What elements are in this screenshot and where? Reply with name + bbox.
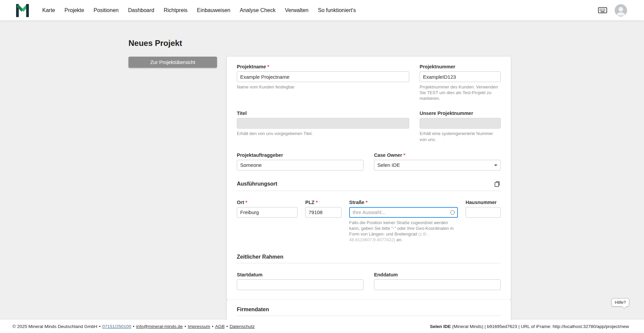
nav-item-richtpreis[interactable]: Richtpreis bbox=[159, 0, 192, 20]
field-startdatum: Startdatum bbox=[237, 272, 364, 290]
plz-label: PLZ* bbox=[305, 200, 341, 205]
label-text: Startdatum bbox=[237, 272, 263, 277]
user-avatar-icon[interactable] bbox=[614, 4, 627, 17]
unsere-projektnummer-helper: Erhält eine systemgenerierte Nummer von … bbox=[420, 131, 501, 142]
session-details: (Mineral Minds) | b91695ed7623 | URL of … bbox=[451, 324, 629, 329]
unsere-projektnummer-input bbox=[420, 118, 501, 129]
separator-dot: • bbox=[226, 324, 228, 329]
field-case-owner: Case Owner* Selen IDE bbox=[374, 152, 501, 171]
case-owner-label: Case Owner* bbox=[374, 152, 501, 158]
footer-legal: © 2025 Mineral Minds Deutschland GmbH • … bbox=[12, 324, 255, 329]
ort-input[interactable] bbox=[237, 207, 298, 218]
field-ort: Ort* bbox=[237, 200, 298, 243]
page-title: Neues Projekt bbox=[128, 39, 182, 48]
chevron-down-icon bbox=[494, 164, 497, 166]
row-titel-unsere-projektnummer: Titel Erhält den von uns vorgegebenen Ti… bbox=[237, 111, 501, 142]
footer-link-impressum[interactable]: Impressum bbox=[188, 324, 210, 329]
projektnummer-helper: Projektnummer des Kunden. Verwenden Sie … bbox=[420, 84, 501, 101]
separator-dot: • bbox=[99, 324, 101, 329]
startdatum-input[interactable] bbox=[237, 279, 364, 290]
label-text: Projektauftraggeber bbox=[237, 152, 283, 158]
row-projektname-projektnummer: Projektname* Name vom Kunden festlegbar … bbox=[237, 64, 501, 101]
logo-m-icon bbox=[15, 4, 30, 17]
nav-item-so-funktionierts[interactable]: So funktioniert's bbox=[313, 0, 361, 20]
field-plz: PLZ* bbox=[305, 200, 341, 243]
label-text: PLZ bbox=[305, 200, 314, 205]
section-ausfuehrungsort-header: Ausführungsort bbox=[237, 181, 501, 191]
required-asterisk: * bbox=[316, 200, 318, 205]
section-firmendaten-title: Firmendaten bbox=[237, 307, 269, 313]
nav-item-verwalten[interactable]: Verwalten bbox=[280, 0, 313, 20]
projektnummer-label: Projektnummer bbox=[420, 64, 501, 69]
firmendaten-card: Firmendaten bbox=[227, 300, 511, 320]
copyright-text: © 2025 Mineral Minds Deutschland GmbH bbox=[12, 324, 97, 329]
footer-link-email[interactable]: info@mineral-minds.de bbox=[136, 324, 183, 329]
help-button[interactable]: Hilfe? bbox=[611, 298, 629, 307]
case-owner-select[interactable]: Selen IDE bbox=[374, 160, 501, 171]
field-hausnummer: Hausnummer bbox=[466, 200, 501, 243]
mineral-minds-logo[interactable] bbox=[15, 4, 30, 17]
plz-input[interactable] bbox=[305, 207, 341, 218]
strasse-input[interactable] bbox=[349, 207, 458, 218]
required-asterisk: * bbox=[366, 200, 368, 205]
hausnummer-input[interactable] bbox=[466, 207, 501, 218]
label-text: Titel bbox=[237, 111, 247, 116]
label-text: Case Owner bbox=[374, 152, 402, 158]
startdatum-label: Startdatum bbox=[237, 272, 364, 277]
label-text: Projektnummer bbox=[420, 64, 455, 69]
section-ausfuehrungsort-title: Ausführungsort bbox=[237, 181, 277, 187]
field-projektnummer: Projektnummer Projektnummer des Kunden. … bbox=[420, 64, 501, 101]
navbar-right-actions bbox=[598, 4, 627, 17]
keyboard-icon[interactable] bbox=[598, 7, 607, 13]
nav-item-dashboard[interactable]: Dashboard bbox=[123, 0, 159, 20]
session-user: Selen IDE bbox=[430, 324, 451, 329]
nav-item-projekte[interactable]: Projekte bbox=[60, 0, 89, 20]
row-auftraggeber-caseowner: Projektauftraggeber Case Owner* Selen ID… bbox=[237, 152, 501, 171]
project-form-card: Projektname* Name vom Kunden festlegbar … bbox=[227, 57, 511, 300]
projektnummer-input[interactable] bbox=[420, 71, 501, 82]
hausnummer-label: Hausnummer bbox=[466, 200, 501, 205]
back-to-projects-button[interactable]: Zur Projektübersicht bbox=[128, 57, 217, 68]
section-zeitlicher-rahmen-header: Zeitlicher Rahmen bbox=[237, 254, 501, 263]
titel-helper: Erhält den von uns vorgegebenen Titel. bbox=[237, 131, 409, 136]
projektauftraggeber-input[interactable] bbox=[237, 160, 364, 171]
field-strasse: Straße* Falls die Position keiner Straße… bbox=[349, 200, 458, 243]
label-text: Hausnummer bbox=[466, 200, 497, 205]
footer-link-agb[interactable]: AGB bbox=[215, 324, 225, 329]
field-titel: Titel Erhält den von uns vorgegebenen Ti… bbox=[237, 111, 409, 142]
nav-item-karte[interactable]: Karte bbox=[38, 0, 60, 20]
nav-item-positionen[interactable]: Positionen bbox=[89, 0, 123, 20]
section-zeitlicher-rahmen-title: Zeitlicher Rahmen bbox=[237, 254, 283, 260]
footer-link-phone[interactable]: 07151/250100 bbox=[102, 324, 131, 329]
projektname-label: Projektname* bbox=[237, 64, 409, 69]
keyboard-glyph bbox=[598, 7, 607, 13]
session-info: Selen IDE (Mineral Minds) | b91695ed7623… bbox=[430, 324, 629, 329]
titel-label: Titel bbox=[237, 111, 409, 116]
label-text: Unsere Projektnummer bbox=[420, 111, 473, 116]
separator-dot: • bbox=[212, 324, 213, 329]
footer-link-datenschutz[interactable]: Datenschutz bbox=[229, 324, 255, 329]
strasse-input-wrap bbox=[349, 207, 458, 218]
field-projektauftraggeber: Projektauftraggeber bbox=[237, 152, 364, 171]
enddatum-label: Enddatum bbox=[374, 272, 501, 277]
label-text: Projektname bbox=[237, 64, 266, 69]
separator-dot: • bbox=[184, 324, 186, 329]
projektname-input[interactable] bbox=[237, 71, 409, 82]
field-unsere-projektnummer: Unsere Projektnummer Erhält eine systemg… bbox=[420, 111, 501, 142]
required-asterisk: * bbox=[267, 64, 269, 69]
case-owner-selected-value: Selen IDE bbox=[377, 162, 400, 168]
top-navbar: Karte Projekte Positionen Dashboard Rich… bbox=[0, 0, 644, 20]
field-projektname: Projektname* Name vom Kunden festlegbar bbox=[237, 64, 409, 101]
separator-dot: • bbox=[133, 324, 135, 329]
loading-spinner-icon bbox=[450, 210, 455, 215]
label-text: Straße bbox=[349, 200, 364, 205]
copy-icon[interactable] bbox=[494, 181, 501, 188]
section-firmendaten-header: Firmendaten bbox=[237, 307, 501, 316]
unsere-projektnummer-label: Unsere Projektnummer bbox=[420, 111, 501, 116]
label-text: Ort bbox=[237, 200, 244, 205]
nav-item-analyse-check[interactable]: Analyse Check bbox=[235, 0, 280, 20]
nav-item-einbauweisen[interactable]: Einbauweisen bbox=[192, 0, 235, 20]
enddatum-input[interactable] bbox=[374, 279, 501, 290]
required-asterisk: * bbox=[246, 200, 248, 205]
main-content: Neues Projekt Zur Projektübersicht Proje… bbox=[0, 20, 644, 320]
